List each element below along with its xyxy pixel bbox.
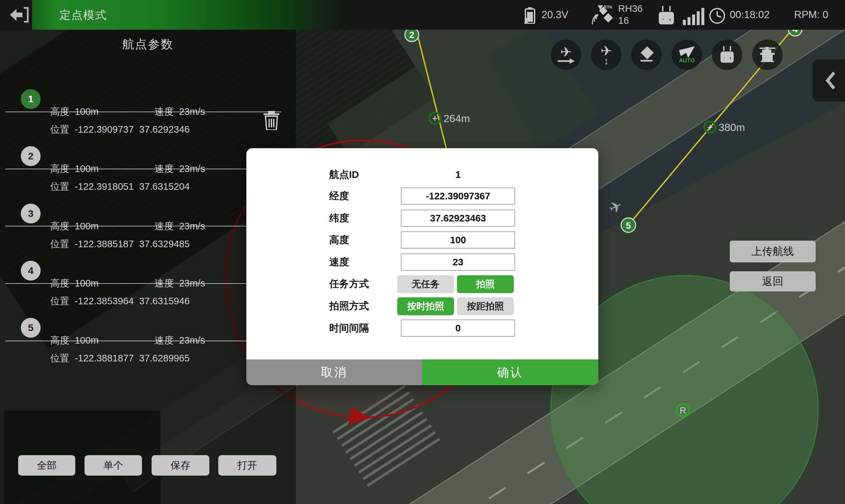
altitude-adjust-button[interactable]: ✈ ↕ xyxy=(591,40,621,70)
app-window: ✈ + 264m + 380m 2 4 5 xyxy=(0,0,845,504)
task-photo-toggle[interactable]: 拍照 xyxy=(457,275,514,293)
mode-title: 定点模式 xyxy=(59,0,107,30)
waypoint-number-badge: 4 xyxy=(21,261,41,281)
photo-distance-toggle[interactable]: 按距拍照 xyxy=(457,298,514,315)
rtk-badge-text: RTK xyxy=(604,5,613,10)
signal-bars-icon xyxy=(683,8,706,25)
lng-value: -122.3881877 xyxy=(75,353,134,363)
auto-mission-button[interactable]: AUTO xyxy=(672,40,702,70)
upload-route-button[interactable]: 上传航线 xyxy=(730,240,816,263)
return-button[interactable]: 返回 xyxy=(730,271,816,291)
speed-value: 23m/s xyxy=(179,335,205,346)
goto-waypoint-button[interactable]: ✈ xyxy=(551,40,581,70)
list-divider xyxy=(5,283,281,284)
task-none-toggle[interactable]: 无任务 xyxy=(397,275,454,293)
pos-label: 位置 xyxy=(50,353,69,363)
latitude-label: 纬度 xyxy=(329,210,349,227)
remote-controller-button[interactable]: ◔ ◗ xyxy=(712,40,742,70)
segment-distance-label: 380m xyxy=(719,122,745,133)
rtk-line2: 16 xyxy=(618,15,642,26)
altitude-field[interactable] xyxy=(401,231,515,249)
waypoint-number-badge: 1 xyxy=(21,89,41,109)
open-button[interactable]: 打开 xyxy=(218,455,276,475)
plane-goto-icon: ✈ xyxy=(560,46,571,58)
list-divider xyxy=(5,111,281,112)
arrow-right-icon xyxy=(557,58,575,64)
list-divider xyxy=(5,169,281,169)
map-waypoint-5[interactable]: 5 xyxy=(621,218,636,232)
interval-field[interactable] xyxy=(401,320,515,337)
remote-controller-icon: ◔ ◗ xyxy=(718,46,736,64)
longitude-field[interactable] xyxy=(401,187,515,205)
speed-field[interactable] xyxy=(401,253,515,271)
clock-icon xyxy=(709,7,726,24)
status-bar: 定点模式 20.3V RTK RH36 16 ◔ ◗ xyxy=(0,0,845,30)
waypoint-id-value: 1 xyxy=(401,166,515,183)
task-mode-label: 任务方式 xyxy=(329,275,369,292)
map-waypoint-2[interactable]: 2 xyxy=(405,28,419,41)
svg-text:5: 5 xyxy=(626,220,631,231)
up-down-arrow-icon: ↕ xyxy=(604,57,609,65)
winch-icon xyxy=(757,46,777,64)
list-divider xyxy=(5,226,281,227)
controller-icon: ◔ ◗ xyxy=(655,5,677,25)
segment-distance-label: 264m xyxy=(443,112,470,124)
back-icon[interactable] xyxy=(10,6,29,23)
waypoint-id-label: 航点ID xyxy=(329,166,359,183)
speed-label: 速度 xyxy=(329,253,349,271)
cancel-button[interactable]: 取消 xyxy=(246,359,422,385)
waypoint-list-item[interactable]: 1 高度 100m 速度 23m/s 位置 -122.3909737 37.62… xyxy=(0,69,296,122)
single-button[interactable]: 单个 xyxy=(85,455,142,475)
waypoint-edit-dialog: 航点ID 1 经度 纬度 高度 速度 任务方式 无任务 拍照 拍照方式 按时拍照… xyxy=(246,148,598,385)
svg-text:R: R xyxy=(680,406,686,416)
alt-value: 100m xyxy=(75,335,99,346)
photo-timed-toggle[interactable]: 按时拍照 xyxy=(397,298,454,315)
battery-voltage: 20.3V xyxy=(542,0,568,30)
svg-text:◗: ◗ xyxy=(729,55,732,60)
interval-label: 时间间隔 xyxy=(329,320,369,337)
winch-device-button[interactable] xyxy=(752,40,782,70)
photo-mode-label: 拍照方式 xyxy=(329,298,369,314)
erase-route-button[interactable] xyxy=(631,40,662,70)
latitude-field[interactable] xyxy=(401,210,515,227)
svg-text:◔: ◔ xyxy=(722,55,725,60)
rtk-status: RH36 16 xyxy=(618,3,642,26)
lat-value: 37.6289965 xyxy=(139,353,190,363)
auto-arrow-icon xyxy=(678,46,696,58)
rtk-line1: RH36 xyxy=(618,3,642,15)
svg-text:2: 2 xyxy=(409,30,415,40)
list-divider xyxy=(5,341,281,341)
waypoint-number-badge: 5 xyxy=(21,318,41,338)
svg-text:◔: ◔ xyxy=(661,17,664,22)
waypoint-panel-title: 航点参数 xyxy=(0,36,296,53)
speed-label: 速度 xyxy=(155,335,174,346)
auto-label: AUTO xyxy=(679,58,695,64)
rtk-satellite-icon: RTK xyxy=(591,5,617,26)
alt-label: 高度 xyxy=(50,335,69,346)
all-button[interactable]: 全部 xyxy=(18,455,75,475)
side-panel-toggle[interactable] xyxy=(812,59,845,102)
confirm-button[interactable]: 确认 xyxy=(422,359,598,385)
save-button[interactable]: 保存 xyxy=(152,455,209,475)
svg-text:◗: ◗ xyxy=(668,17,671,22)
ring-plus: + xyxy=(432,113,438,124)
longitude-label: 经度 xyxy=(329,187,349,205)
ring-plus: + xyxy=(707,122,713,133)
flight-timer: 00:18:02 xyxy=(730,0,770,30)
altitude-label: 高度 xyxy=(329,231,349,249)
chevron-left-icon xyxy=(825,71,836,90)
rpm-readout: RPM: 0 xyxy=(794,0,828,30)
battery-icon xyxy=(523,7,536,24)
waypoint-number-badge: 3 xyxy=(21,204,41,223)
waypoint-number-badge: 2 xyxy=(21,146,41,166)
eraser-icon xyxy=(637,46,656,64)
